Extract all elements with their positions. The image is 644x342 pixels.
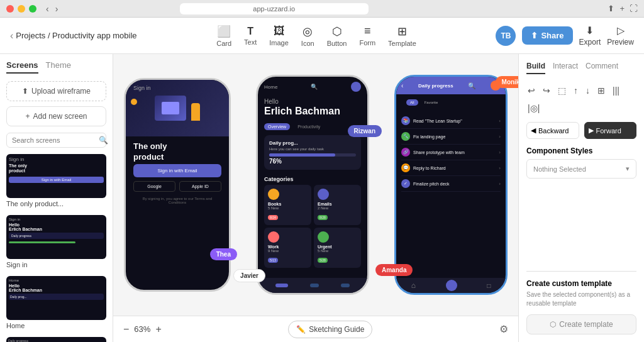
panel-tabs: Build Interact Comment	[526, 62, 636, 74]
new-tab-icon[interactable]: +	[619, 4, 625, 13]
upload-wireframe-button[interactable]: ⬆ Upload wireframe	[6, 81, 106, 101]
forward-icon: ▶	[589, 126, 594, 135]
minimize-button[interactable]	[18, 5, 25, 13]
task-row-1[interactable]: 📚 Read "The Lean Startup" ›	[401, 113, 501, 129]
task-icon-3: 🔗	[401, 148, 410, 157]
share-button[interactable]: ⬆ Share	[522, 26, 572, 45]
tool-undo[interactable]: ↩	[526, 84, 536, 97]
forward-button[interactable]: ▶ Forward	[584, 122, 637, 139]
category-books[interactable]: Books 5 New 8/24	[264, 185, 311, 225]
filter-all[interactable]: All	[406, 99, 418, 106]
tab-theme[interactable]: Theme	[46, 60, 71, 74]
signin-social: Google Apple ID	[133, 181, 221, 192]
zoom-out-button[interactable]: −	[123, 324, 129, 335]
books-badge: 8/24	[268, 215, 278, 220]
apple-button[interactable]: Apple ID	[179, 181, 221, 192]
pencil-icon: ✏️	[296, 325, 306, 334]
toolbar-card[interactable]: ⬜ Card	[216, 25, 231, 47]
task-chevron-3: ›	[499, 150, 501, 155]
maximize-button[interactable]	[29, 5, 36, 13]
icon-label: Icon	[301, 40, 314, 47]
chevron-down-icon: ▾	[626, 165, 630, 173]
home-greeting: Hello Erlich Bachman	[258, 94, 367, 121]
task-name-5: Finalize pitch deck	[413, 182, 499, 186]
tab-productivity[interactable]: Productivity	[294, 123, 324, 130]
close-button[interactable]	[6, 5, 14, 13]
tool-redo[interactable]: ↪	[541, 84, 552, 97]
filter-favorite[interactable]: Favorite	[421, 99, 442, 106]
task-row-4[interactable]: 💬 Reply to Richard ›	[401, 160, 501, 176]
progress-title: Daily prog...	[269, 140, 356, 146]
share-window-icon[interactable]: ⬆	[608, 4, 614, 13]
create-template-button[interactable]: ⬡ Create template	[526, 314, 636, 334]
urgent-count: 5 New	[318, 249, 357, 253]
home-categories: Categories Books 5 New 8/24 Emails	[258, 172, 367, 270]
category-work[interactable]: Work 9 New 5/13	[264, 228, 311, 268]
add-screen-button[interactable]: + Add new screen	[6, 106, 106, 126]
screen-thumb-1[interactable]: Sign in The onlyproduct Sign in with Ema…	[6, 154, 106, 207]
signin-title: The onlyproduct	[126, 136, 229, 164]
category-urgent[interactable]: Urgent 5 New 5/28	[314, 228, 361, 268]
thumb-dark-signin: Sign in HelloErlich Bachman Daily progre…	[6, 215, 106, 259]
tool-frame[interactable]: ⬚	[557, 84, 567, 97]
address-bar[interactable]: app-uzzard.io	[180, 3, 369, 14]
canvas-settings-button[interactable]: ⚙	[499, 323, 508, 335]
home-bottom-nav	[258, 278, 367, 293]
screen-thumb-home[interactable]: Home HelloErlich Bachman Daily prog... H…	[6, 276, 106, 329]
javier-label: Javier	[240, 272, 258, 279]
screen-thumb-daily[interactable]: Daily progress Read "The Lean Startup" F…	[6, 337, 106, 342]
tool-up[interactable]: ↑	[572, 84, 579, 97]
search-btn-home[interactable]: 🔍	[311, 84, 318, 90]
screen-thumb-signin[interactable]: Sign in HelloErlich Bachman Daily progre…	[6, 215, 106, 268]
urgent-badge: 5/28	[318, 258, 328, 263]
task-chevron-1: ›	[499, 118, 501, 124]
panel-tab-build[interactable]: Build	[526, 62, 545, 74]
category-emails[interactable]: Emails 2 New 8/28	[314, 185, 361, 225]
toolbar-button[interactable]: ⬡ Button	[327, 25, 347, 47]
backward-label: Backward	[538, 127, 569, 135]
screen-daily[interactable]: ‹ Daily progress 🔍 All Favorite 📚	[394, 75, 508, 295]
upload-icon: ⬆	[22, 87, 28, 96]
task-row-5[interactable]: ✓ Finalize pitch deck ›	[401, 176, 501, 192]
signin-terms: By signing in, you agree to our Terms an…	[126, 194, 229, 207]
toolbar-text[interactable]: T Text	[244, 26, 257, 46]
task-chevron-4: ›	[499, 165, 501, 171]
search-input[interactable]	[12, 136, 99, 144]
export-button[interactable]: ⬇ Export	[579, 25, 601, 47]
thumb-dark-1: Sign in The onlyproduct Sign in with Ema…	[6, 154, 106, 198]
forward-nav-button[interactable]: ›	[53, 4, 60, 14]
daily-back-button[interactable]: ‹	[401, 82, 403, 89]
back-nav-button[interactable]: ‹	[44, 4, 51, 14]
signin-email-button[interactable]: Sign in with Email	[133, 164, 221, 177]
icon-tool-icon: ◎	[303, 25, 313, 38]
fullscreen-icon[interactable]: ⛶	[630, 4, 638, 13]
preview-button[interactable]: ▷ Preview	[607, 25, 634, 47]
toolbar-image[interactable]: 🖼 Image	[269, 25, 289, 47]
tool-center[interactable]: |◎|	[526, 102, 541, 114]
daily-search-icon[interactable]: 🔍	[468, 82, 475, 89]
tab-overview[interactable]: Overview	[264, 123, 290, 130]
toolbar-icon[interactable]: ◎ Icon	[301, 25, 314, 47]
panel-tab-interact[interactable]: Interact	[553, 62, 578, 74]
screen-home[interactable]: Home 🔍 Hello Erlich Bachman Overview Pro…	[256, 75, 369, 295]
text-label: Text	[244, 38, 257, 46]
task-icon-1: 📚	[401, 116, 410, 125]
header-right: TB ⬆ Share ⬇ Export ▷ Preview	[496, 25, 634, 47]
tool-columns[interactable]: |||	[611, 84, 621, 97]
component-dropdown[interactable]: Nothing Selected ▾	[526, 159, 636, 179]
panel-tab-comment[interactable]: Comment	[586, 62, 618, 74]
google-button[interactable]: Google	[133, 181, 175, 192]
tool-down[interactable]: ↓	[584, 84, 591, 97]
task-row-2[interactable]: 🔧 Fix landing page ›	[401, 129, 501, 145]
zoom-in-button[interactable]: +	[155, 324, 161, 335]
task-row-3[interactable]: 🔗 Share prototype with team ›	[401, 145, 501, 160]
back-button[interactable]: ‹	[10, 30, 13, 41]
toolbar-form[interactable]: ≡ Form	[359, 25, 375, 47]
tab-screens[interactable]: Screens	[6, 60, 38, 74]
toolbar-template[interactable]: ⊞ Template	[388, 25, 416, 47]
progress-bar-bg	[269, 153, 356, 157]
backward-icon: ◀	[531, 126, 536, 135]
backward-button[interactable]: ◀ Backward	[526, 122, 579, 139]
sketching-guide-button[interactable]: ✏️ Sketching Guide	[288, 321, 372, 338]
tool-grid[interactable]: ⊞	[596, 84, 606, 97]
